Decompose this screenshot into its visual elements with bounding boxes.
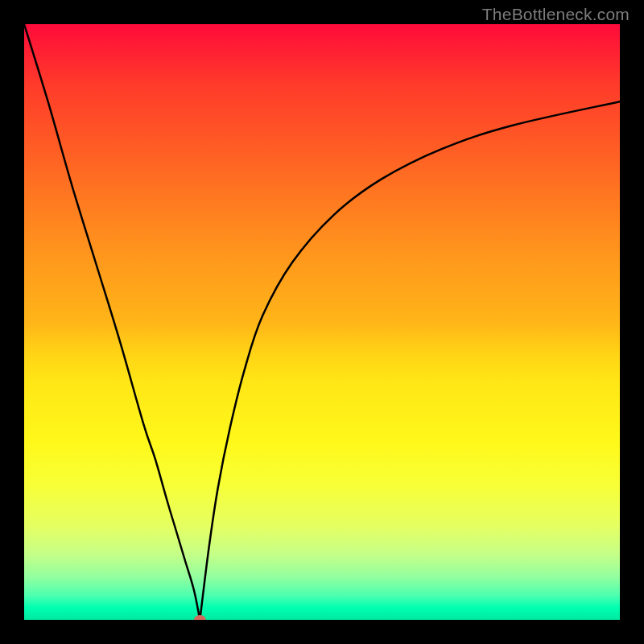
curve-right-branch <box>200 101 620 620</box>
bottleneck-curve <box>24 24 620 620</box>
watermark-text: TheBottleneck.com <box>482 5 630 24</box>
curve-left-branch <box>24 24 200 620</box>
optimal-point-marker <box>194 615 206 620</box>
chart-plot-area <box>24 24 620 620</box>
